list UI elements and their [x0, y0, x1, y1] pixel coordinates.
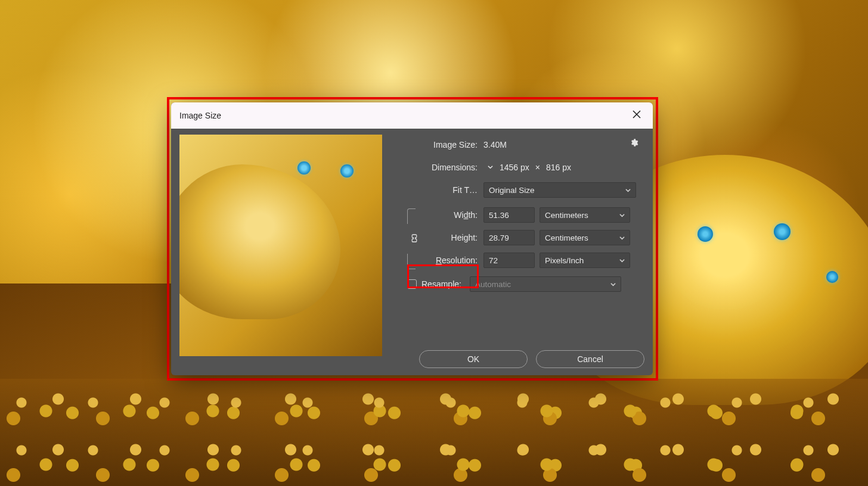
resolution-input[interactable]	[483, 253, 535, 268]
settings-button[interactable]	[630, 138, 638, 149]
wallpaper-coins	[0, 379, 868, 486]
gear-icon	[630, 138, 638, 147]
width-unit-value: Centimeters	[545, 211, 588, 220]
dimensions-separator: ×	[535, 163, 540, 172]
ok-button[interactable]: OK	[419, 350, 528, 368]
width-unit-select[interactable]: Centimeters	[540, 207, 630, 223]
resample-method-value: Automatic	[475, 280, 511, 289]
height-unit-select[interactable]: Centimeters	[540, 230, 630, 245]
annotation-border-resample	[407, 264, 479, 288]
width-input[interactable]	[483, 207, 535, 223]
height-input[interactable]	[483, 230, 535, 245]
chevron-down-icon	[487, 164, 494, 170]
preview-detail	[297, 161, 311, 175]
fit-to-value: Original Size	[489, 186, 535, 195]
image-size-value: 3.40M	[483, 140, 507, 149]
resolution-unit-select[interactable]: Pixels/Inch	[540, 253, 630, 268]
dimensions-dropdown[interactable]	[487, 163, 494, 172]
wallpaper-gem	[774, 223, 790, 240]
link-icon	[411, 233, 418, 245]
resample-method-select: Automatic	[470, 276, 621, 292]
cancel-button[interactable]: Cancel	[536, 350, 644, 368]
dimensions-label: Dimensions:	[406, 163, 483, 172]
image-preview	[179, 135, 382, 356]
height-label: Height:	[424, 233, 483, 242]
wallpaper-gem	[698, 226, 713, 242]
chevron-down-icon	[619, 235, 625, 241]
close-icon	[633, 110, 641, 119]
resolution-unit-value: Pixels/Inch	[545, 256, 584, 265]
wallpaper-gem	[826, 271, 838, 283]
image-size-label: Image Size:	[406, 140, 483, 149]
height-unit-value: Centimeters	[545, 233, 588, 242]
close-button[interactable]	[629, 107, 644, 124]
dimensions-width: 1456 px	[500, 163, 529, 172]
fit-to-label: Fit T…	[406, 185, 483, 195]
image-size-dialog: Image Size Image Size: 3.40M Dimensions:	[171, 102, 653, 375]
resolution-label: Resolution:	[424, 256, 483, 265]
chevron-down-icon	[619, 258, 625, 263]
dialog-titlebar[interactable]: Image Size	[171, 102, 653, 129]
dialog-title: Image Size	[179, 111, 221, 120]
chevron-down-icon	[610, 282, 616, 287]
width-label: Width:	[424, 210, 483, 220]
fields-column: Image Size: 3.40M Dimensions: 1456 px × …	[406, 135, 644, 368]
dimensions-height: 816 px	[546, 163, 571, 172]
chevron-down-icon	[625, 188, 631, 193]
fit-to-select[interactable]: Original Size	[483, 182, 636, 198]
chevron-down-icon	[619, 213, 625, 218]
preview-content	[179, 164, 340, 319]
dimensions-value: 1456 px × 816 px	[500, 163, 571, 172]
preview-detail	[340, 164, 354, 177]
constrain-proportions[interactable]	[406, 205, 423, 273]
